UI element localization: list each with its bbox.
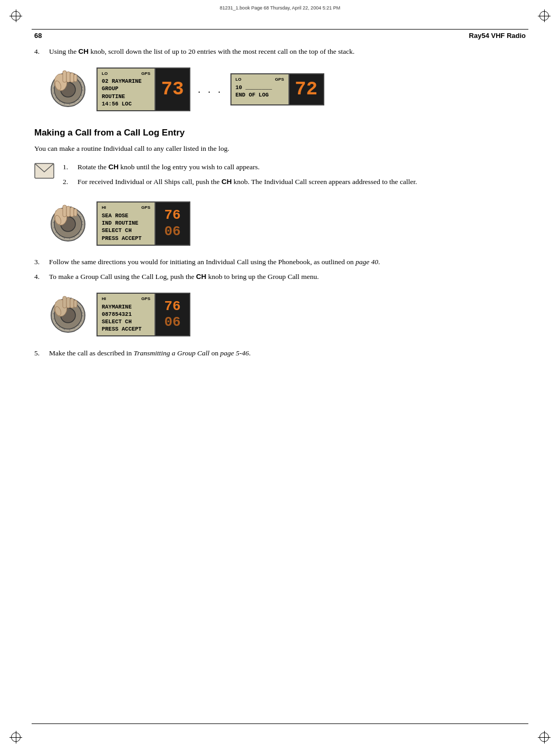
svg-rect-20	[70, 207, 74, 217]
step-3-item: 3. Follow the same directions you would …	[34, 257, 526, 267]
svg-rect-33	[74, 300, 77, 307]
svg-rect-31	[66, 297, 70, 308]
step-4b-display-row: CH TO A HI GPS	[49, 290, 526, 340]
step-2-number: 2.	[63, 177, 78, 187]
display-3-numbers: 76 06	[156, 202, 189, 244]
knob-step4	[49, 64, 87, 114]
dots-separator: . . .	[198, 82, 223, 96]
crosshair-bottom-right	[538, 731, 551, 744]
svg-rect-18	[63, 205, 66, 217]
knob-step4b: CH TO A	[49, 290, 87, 340]
step-5-italic: Transmitting a Group Call	[133, 349, 209, 357]
step-4b-item: 4. To make a Group Call using the Call L…	[34, 272, 526, 282]
step-5-number: 5.	[34, 348, 49, 359]
crosshair-top-left	[9, 9, 22, 22]
step-4b-ch: CH	[196, 273, 207, 281]
svg-rect-21	[74, 209, 77, 216]
step-1-text: Rotate the CH knob until the log entry y…	[78, 162, 417, 172]
step-4-ch: CH	[79, 47, 89, 55]
step-1-number: 1.	[63, 162, 78, 172]
svg-rect-32	[70, 298, 74, 308]
step-4-displays: LO GPS 02 RAYMARINE GROUP ROUTINE 14:56 …	[96, 67, 324, 111]
step-1-item: 1. Rotate the CH knob until the log entr…	[63, 162, 417, 172]
display-4-numbers: 76 06	[156, 294, 189, 335]
display-2-number: 72	[289, 74, 323, 104]
svg-rect-19	[66, 206, 70, 217]
step-1-ch: CH	[108, 163, 119, 171]
page-title: Ray54 VHF Radio	[469, 32, 526, 40]
step-4b-number: 4.	[34, 272, 49, 282]
step-2-item: 2. For received Individual or All Ships …	[63, 177, 417, 187]
step-4-number: 4.	[34, 46, 49, 57]
step-5-text: Make the call as described in Transmitti…	[49, 348, 526, 359]
crosshair-bottom-left	[9, 731, 22, 744]
intro-text: You can make a routine Individual call t…	[34, 143, 526, 154]
file-metadata: 81231_1.book Page 68 Thursday, April 22,…	[0, 5, 560, 11]
step-4-item: 4. Using the CH knob, scroll down the li…	[34, 46, 526, 57]
envelope-icon	[34, 163, 54, 181]
step-2-text: For received Individual or All Ships cal…	[78, 177, 417, 187]
header-rule-top	[32, 29, 528, 30]
step-2-ch: CH	[221, 178, 232, 186]
knob-step2: CH TO A	[49, 199, 87, 248]
svg-rect-6	[66, 72, 70, 82]
step-5-page: page 5-46	[220, 349, 249, 357]
step-3-text: Follow the same directions you would for…	[49, 257, 526, 267]
display-1-text: LO GPS 02 RAYMARINE GROUP ROUTINE 14:56 …	[98, 69, 156, 110]
step-3-number: 3.	[34, 257, 49, 267]
crosshair-top-right	[538, 9, 551, 22]
step-5-item: 5. Make the call as described in Transmi…	[34, 348, 526, 359]
step-2-display-row: CH TO A HI GPS	[49, 199, 526, 248]
svg-rect-5	[63, 71, 66, 82]
main-content: 4. Using the CH knob, scroll down the li…	[34, 46, 526, 721]
display-1-number: 73	[156, 69, 189, 110]
step-4b-text: To make a Group Call using the Call Log,…	[49, 272, 526, 282]
display-4: HI GPS RAYMARINE 087854321 SELECT CH PRE…	[96, 293, 190, 336]
steps-1-2-group: 1. Rotate the CH knob until the log entr…	[63, 162, 417, 192]
display-3: HI GPS SEA ROSE IND ROUTINE SELECT CH PR…	[96, 201, 190, 245]
display-2-text: LO GPS 10 ________ END OF LOG	[231, 74, 289, 104]
section-heading: Making a Call from a Call Log Entry	[34, 128, 526, 138]
display-1: LO GPS 02 RAYMARINE GROUP ROUTINE 14:56 …	[96, 67, 190, 111]
header-rule-bottom	[32, 723, 528, 724]
page-number: 68	[34, 32, 42, 40]
step-4-display-row: LO GPS 02 RAYMARINE GROUP ROUTINE 14:56 …	[49, 64, 526, 114]
svg-rect-8	[74, 74, 77, 82]
step-4-text: Using the CH knob, scroll down the list …	[49, 46, 526, 57]
svg-rect-30	[63, 296, 66, 308]
display-3-text: HI GPS SEA ROSE IND ROUTINE SELECT CH PR…	[98, 202, 156, 244]
svg-rect-7	[70, 73, 74, 82]
display-4-text: HI GPS RAYMARINE 087854321 SELECT CH PRE…	[98, 294, 156, 335]
display-2: LO GPS 10 ________ END OF LOG 72	[230, 73, 324, 105]
